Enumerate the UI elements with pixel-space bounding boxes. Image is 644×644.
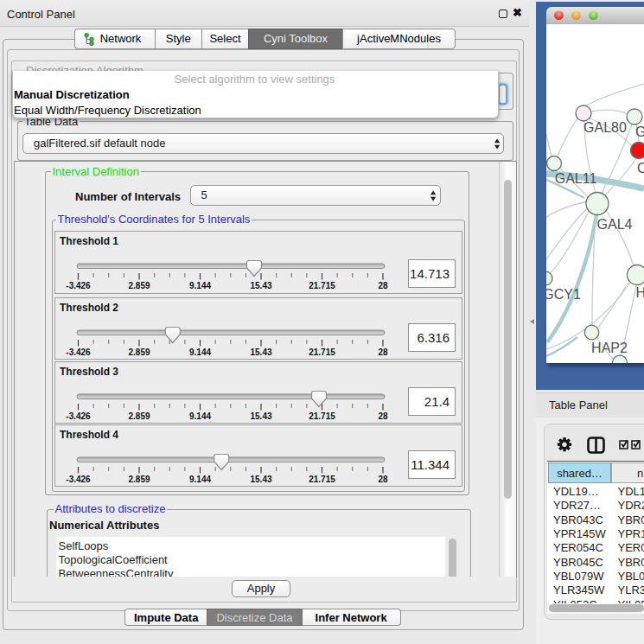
- svg-text:GCY1: GCY1: [546, 287, 581, 302]
- svg-text:HAP2: HAP2: [591, 341, 628, 355]
- svg-text:HIS4: HIS4: [636, 285, 644, 300]
- svg-text:CDC1: CDC1: [637, 161, 644, 175]
- svg-text:GAL11: GAL11: [555, 171, 597, 186]
- svg-text:GAL80: GAL80: [583, 120, 627, 135]
- svg-text:GAL4: GAL4: [597, 217, 633, 232]
- svg-text:GAL2: GAL2: [635, 124, 644, 139]
